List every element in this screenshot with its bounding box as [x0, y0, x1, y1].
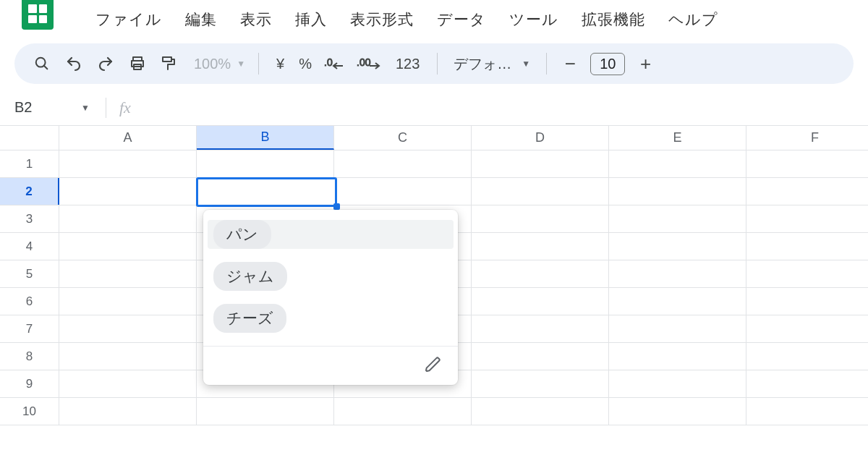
menu-format[interactable]: 表示形式: [339, 7, 425, 33]
cell-A10[interactable]: [59, 398, 197, 425]
cell-D6[interactable]: [472, 288, 609, 315]
cell-D1[interactable]: [472, 150, 609, 177]
menu-tools[interactable]: ツール: [498, 7, 570, 33]
cell-B2[interactable]: [197, 178, 334, 205]
menu-data[interactable]: データ: [425, 7, 498, 33]
decrease-decimal-icon[interactable]: .0: [319, 48, 351, 80]
cell-A5[interactable]: [59, 260, 197, 287]
cell-A1[interactable]: [59, 150, 197, 177]
cell-F2[interactable]: [746, 178, 868, 205]
column-header-C[interactable]: C: [334, 126, 472, 150]
paint-format-icon[interactable]: [153, 48, 185, 80]
cell-A4[interactable]: [59, 233, 197, 260]
dropdown-option[interactable]: パン: [208, 220, 454, 249]
cell-D7[interactable]: [472, 315, 609, 342]
cell-A8[interactable]: [59, 343, 197, 370]
print-icon[interactable]: [122, 48, 153, 80]
row-header-5[interactable]: 5: [0, 260, 59, 287]
row-header-7[interactable]: 7: [0, 315, 59, 342]
font-family-value: デフォ…: [454, 54, 511, 74]
svg-line-1: [44, 66, 48, 69]
cell-A2[interactable]: [59, 178, 197, 205]
cell-F6[interactable]: [746, 288, 868, 315]
cell-A9[interactable]: [59, 370, 197, 397]
pencil-icon[interactable]: [425, 356, 442, 376]
cell-A3[interactable]: [59, 205, 197, 232]
cell-E4[interactable]: [609, 233, 746, 260]
toolbar-container: 100% ▼ ¥ % .0 .00 123 デフォ… ▼ − 10 +: [0, 39, 868, 90]
cell-B10[interactable]: [197, 398, 334, 425]
menu-insert[interactable]: 挿入: [284, 7, 339, 33]
cell-E2[interactable]: [609, 178, 746, 205]
cell-B1[interactable]: [197, 150, 334, 177]
increase-decimal-icon[interactable]: .00: [351, 48, 388, 80]
search-icon[interactable]: [26, 48, 58, 80]
cell-D5[interactable]: [472, 260, 609, 287]
row-header-4[interactable]: 4: [0, 233, 59, 260]
cell-E7[interactable]: [609, 315, 746, 342]
cell-E6[interactable]: [609, 288, 746, 315]
decrease-font-size-button[interactable]: −: [557, 53, 583, 75]
cell-D3[interactable]: [472, 205, 609, 232]
toolbar: 100% ▼ ¥ % .0 .00 123 デフォ… ▼ − 10 +: [14, 43, 854, 84]
zoom-dropdown[interactable]: 100% ▼: [185, 56, 248, 72]
cell-F3[interactable]: [746, 205, 868, 232]
format-percent-button[interactable]: %: [292, 56, 319, 72]
menu-extensions[interactable]: 拡張機能: [570, 7, 657, 33]
caret-down-icon: ▼: [81, 103, 90, 113]
cell-D10[interactable]: [472, 398, 609, 425]
menu-help[interactable]: ヘルプ: [657, 7, 730, 33]
menu-view[interactable]: 表示: [229, 7, 284, 33]
cell-D8[interactable]: [472, 343, 609, 370]
menu-edit[interactable]: 編集: [174, 7, 229, 33]
dropdown-option[interactable]: ジャム: [213, 262, 448, 291]
cell-E9[interactable]: [609, 370, 746, 397]
column-header-D[interactable]: D: [472, 126, 609, 150]
column-header-E[interactable]: E: [609, 126, 746, 150]
row-header-9[interactable]: 9: [0, 370, 59, 397]
cell-F7[interactable]: [746, 315, 868, 342]
cell-F5[interactable]: [746, 260, 868, 287]
cell-C2[interactable]: [334, 178, 472, 205]
sheets-app-icon[interactable]: [22, 0, 54, 30]
column-header-F[interactable]: F: [746, 126, 868, 150]
more-number-formats-button[interactable]: 123: [388, 56, 427, 72]
row-header-1[interactable]: 1: [0, 150, 59, 177]
cell-D4[interactable]: [472, 233, 609, 260]
font-size-input[interactable]: 10: [590, 53, 625, 75]
cell-D9[interactable]: [472, 370, 609, 397]
increase-font-size-button[interactable]: +: [632, 53, 658, 75]
cell-E10[interactable]: [609, 398, 746, 425]
column-header-A[interactable]: A: [59, 126, 197, 150]
cell-F4[interactable]: [746, 233, 868, 260]
menu-file[interactable]: ファイル: [84, 7, 174, 33]
cell-F9[interactable]: [746, 370, 868, 397]
cell-E8[interactable]: [609, 343, 746, 370]
cell-E1[interactable]: [609, 150, 746, 177]
name-box[interactable]: B2 ▼: [10, 99, 97, 116]
cell-D2[interactable]: [472, 178, 609, 205]
cell-C10[interactable]: [334, 398, 472, 425]
cell-A6[interactable]: [59, 288, 197, 315]
row-header-8[interactable]: 8: [0, 343, 59, 370]
row-header-6[interactable]: 6: [0, 288, 59, 315]
row-header-3[interactable]: 3: [0, 205, 59, 232]
cell-E5[interactable]: [609, 260, 746, 287]
dropdown-option[interactable]: チーズ: [213, 304, 448, 333]
undo-icon[interactable]: [58, 48, 90, 80]
dropdown-footer: [203, 346, 458, 385]
select-all-corner[interactable]: [0, 126, 59, 150]
cell-A7[interactable]: [59, 315, 197, 342]
cell-C1[interactable]: [334, 150, 472, 177]
cell-F8[interactable]: [746, 343, 868, 370]
row-header-2[interactable]: 2: [0, 178, 59, 205]
cell-F1[interactable]: [746, 150, 868, 177]
fill-handle[interactable]: [333, 203, 340, 210]
font-family-dropdown[interactable]: デフォ… ▼: [448, 54, 536, 74]
column-header-B[interactable]: B: [197, 126, 334, 150]
cell-E3[interactable]: [609, 205, 746, 232]
format-currency-button[interactable]: ¥: [269, 56, 292, 72]
redo-icon[interactable]: [90, 48, 122, 80]
cell-F10[interactable]: [746, 398, 868, 425]
row-header-10[interactable]: 10: [0, 398, 59, 425]
